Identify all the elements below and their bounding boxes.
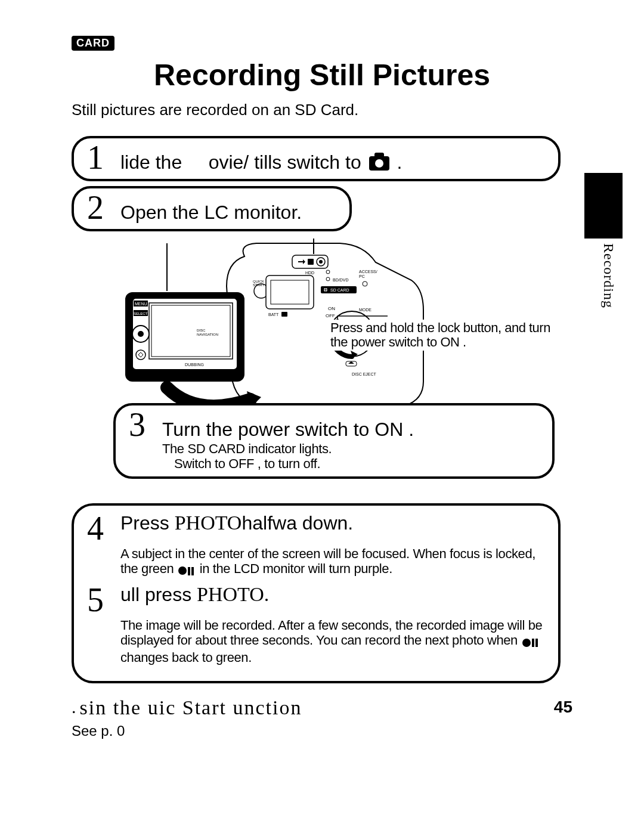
step-1-text-a: lide the [120,151,182,173]
step-3-sub2: Switch to OFF , to turn off. [174,456,539,471]
page-number: 45 [554,698,572,717]
sd-label: SD CARD [330,288,349,292]
quickstart-heading: .sin the uic Start unction [72,696,572,719]
svg-text:PC: PC [359,274,365,278]
eject-label: DISC EJECT [352,372,377,376]
step-4-number: 4 [87,512,111,545]
svg-rect-13 [271,280,309,304]
mode-label: MODE [359,308,371,312]
svg-point-23 [363,281,367,286]
step-3-sub1: The SD CARD indicator lights. [162,441,539,456]
page-title: Recording Still Pictures [72,58,572,92]
step-1-text-b: ovie/ [209,151,249,173]
svg-rect-3 [151,305,230,357]
step-1-number: 1 [87,141,111,174]
svg-text:START: START [253,283,264,287]
on-label: ON [328,306,335,311]
step-2-number: 2 [87,191,111,224]
camera-diagram-area: MENU SELECT DISC NAVIGATION DUBBING QUIC… [72,236,572,498]
step-4-text: Press PHOTOhalfwa down. [120,512,353,534]
quickstart-text: sin the uic Start unction [80,696,302,719]
svg-rect-24 [281,312,287,317]
access-label: ACCESS/ [359,270,377,274]
step-3-text: Turn the power switch to ON . [162,419,414,441]
step-5-text-a: ull press [120,584,197,605]
step-4-sub: A subject in the center of the screen wi… [120,546,545,578]
power-switch-callout: Press and hold the lock button, and turn… [328,320,555,351]
step-1-text-d: . [397,151,402,173]
step-1-text: lide the ovie/ tills switch to . [120,151,402,174]
step-5-text: ull press PHOTO. [120,583,269,605]
svg-text:NAVIGATION: NAVIGATION [197,333,218,336]
focus-indicator-icon-2 [522,634,539,650]
step-1-text-c: tills switch to [254,151,361,173]
step-2-text: Open the LC monitor. [120,202,302,224]
svg-point-9 [136,350,145,360]
photo-label-2: PHOTO. [197,583,269,605]
section-tab-label: Recording [600,243,617,308]
hdd-label: HDD [305,271,314,275]
photo-label-1: PHOTO [175,512,242,534]
batt-label: BATT [268,312,279,317]
dubbing-label: DUBBING [185,363,204,367]
disc-nav-label: DISC [197,329,206,332]
section-tab [584,173,623,239]
step-3-box: 3 Turn the power switch to ON . The SD C… [113,403,555,479]
select-label: SELECT [134,312,148,315]
intro-text: Still pictures are recorded on an SD Car… [72,101,572,119]
step-3-number: 3 [129,408,153,441]
step-5-number: 5 [87,583,111,617]
svg-point-18 [326,270,330,274]
focus-indicator-icon [178,562,195,578]
quickstart-bullet: . [72,697,78,717]
step-4-text-a: Press [120,512,175,534]
step-4-text-b: halfwa down. [242,512,353,534]
svg-point-19 [326,277,330,281]
menu-label: MENU [135,302,147,306]
step-2-box: 2 Open the LC monitor. [72,186,352,231]
step-1-box: 1 lide the ovie/ tills switch to . [72,136,561,181]
see-page-ref: See p. 0 [72,723,572,739]
camera-icon [369,156,389,171]
svg-rect-17 [308,259,314,265]
card-badge: CARD [72,36,114,51]
off-label: OFF [326,313,335,318]
step-4-5-box: 4 Press PHOTOhalfwa down. A subject in t… [72,503,561,683]
svg-point-7 [138,331,144,337]
bd-label: BD/DVD [333,278,348,282]
svg-point-16 [319,260,323,264]
step-5-sub: The image will be recorded. After a few … [120,618,545,665]
